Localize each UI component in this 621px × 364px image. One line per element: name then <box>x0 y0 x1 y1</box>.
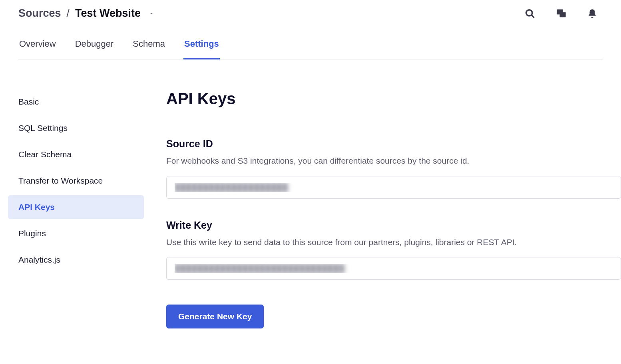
sidebar-item-analytics-js[interactable]: Analytics.js <box>8 248 144 272</box>
sidebar-item-api-keys[interactable]: API Keys <box>8 195 144 219</box>
svg-point-0 <box>526 10 532 16</box>
settings-sidebar: Basic SQL Settings Clear Schema Transfer… <box>0 90 144 328</box>
sidebar-item-clear-schema[interactable]: Clear Schema <box>8 142 144 166</box>
sidebar-item-label: SQL Settings <box>18 123 68 133</box>
sidebar-item-sql-settings[interactable]: SQL Settings <box>8 116 144 140</box>
bell-icon[interactable] <box>587 8 598 19</box>
source-id-description: For webhooks and S3 integrations, you ca… <box>166 154 621 167</box>
chat-icon[interactable] <box>555 8 567 19</box>
source-id-heading: Source ID <box>166 138 621 150</box>
page-title: API Keys <box>166 90 621 108</box>
breadcrumb-separator: / <box>67 7 70 20</box>
svg-line-1 <box>531 15 534 18</box>
tab-overview[interactable]: Overview <box>18 39 57 59</box>
search-icon[interactable] <box>524 8 535 19</box>
sidebar-item-label: Analytics.js <box>18 255 60 264</box>
source-id-section: Source ID For webhooks and S3 integratio… <box>166 138 621 199</box>
sidebar-item-label: Basic <box>18 97 39 106</box>
sidebar-item-plugins[interactable]: Plugins <box>8 222 144 245</box>
write-key-section: Write Key Use this write key to send dat… <box>166 220 621 280</box>
sidebar-item-label: Plugins <box>18 229 46 238</box>
write-key-heading: Write Key <box>166 220 621 231</box>
main-content: API Keys Source ID For webhooks and S3 i… <box>144 90 621 328</box>
chevron-down-icon[interactable] <box>149 11 154 16</box>
tab-schema[interactable]: Schema <box>132 39 166 59</box>
source-id-input[interactable] <box>166 176 621 199</box>
sidebar-item-label: API Keys <box>18 202 55 212</box>
write-key-description: Use this write key to send data to this … <box>166 236 621 249</box>
write-key-input[interactable] <box>166 257 621 280</box>
header-actions <box>524 8 603 19</box>
sidebar-item-label: Clear Schema <box>18 150 72 159</box>
svg-rect-3 <box>560 12 566 17</box>
tab-debugger[interactable]: Debugger <box>74 39 115 59</box>
sidebar-item-basic[interactable]: Basic <box>8 90 144 114</box>
tabs: Overview Debugger Schema Settings <box>18 39 603 59</box>
tab-settings[interactable]: Settings <box>183 39 220 59</box>
sidebar-item-label: Transfer to Workspace <box>18 176 103 185</box>
generate-new-key-button[interactable]: Generate New Key <box>166 305 264 328</box>
breadcrumb: Sources / Test Website <box>18 7 154 20</box>
breadcrumb-current[interactable]: Test Website <box>75 7 141 20</box>
sidebar-item-transfer-workspace[interactable]: Transfer to Workspace <box>8 169 144 193</box>
breadcrumb-parent[interactable]: Sources <box>18 7 61 20</box>
